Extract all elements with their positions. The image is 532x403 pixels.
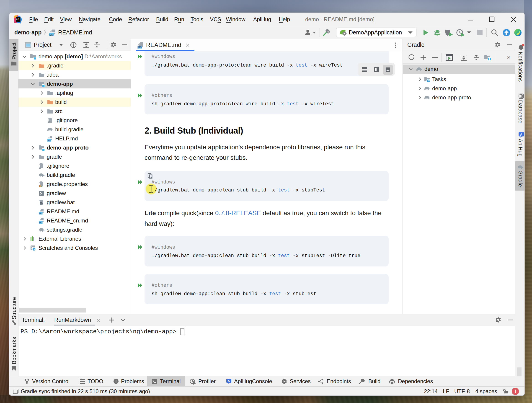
svg-text:A: A bbox=[228, 379, 230, 383]
svg-text:A: A bbox=[520, 133, 522, 136]
svg-text:IJ: IJ bbox=[16, 18, 19, 20]
